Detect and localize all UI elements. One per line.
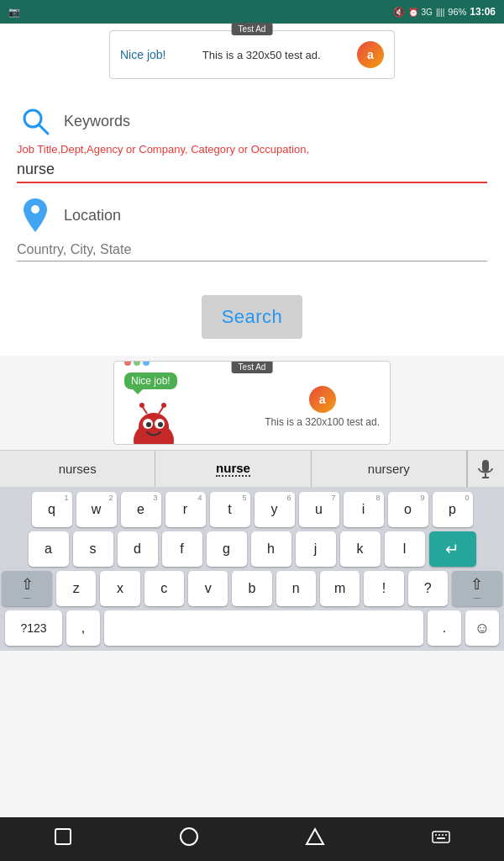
key-shift-right[interactable]: ⇧ — <box>452 571 502 606</box>
key-space[interactable] <box>104 610 423 646</box>
keyboard-row-2: a s d f g h j k l ↵ <box>2 531 502 567</box>
svg-point-20 <box>181 828 197 845</box>
keywords-label: Keywords <box>64 113 130 130</box>
key-w[interactable]: 2w <box>76 492 117 527</box>
battery-label: 96% <box>448 7 466 17</box>
ad-container-top[interactable]: Test Ad Nice job! This is a 320x50 test … <box>109 30 395 79</box>
key-i[interactable]: 8i <box>344 492 384 527</box>
autocomplete-nursery[interactable]: nursery <box>312 451 467 487</box>
key-z[interactable]: z <box>56 571 96 606</box>
ad-banner-bottom: Test Ad Nice job! <box>0 361 504 445</box>
key-f[interactable]: f <box>162 531 202 567</box>
alarm-icon: ⏰ <box>408 8 418 17</box>
ad-monster-image <box>124 403 183 445</box>
key-n[interactable]: n <box>276 571 316 606</box>
keyboard-row-4: ?123 , . ☺ <box>2 610 502 646</box>
key-q[interactable]: 1q <box>32 492 72 527</box>
key-s[interactable]: s <box>73 531 113 567</box>
status-bar: 📷 🔇 ⏰ 3G |||| 96% 13:06 <box>0 0 504 24</box>
key-a[interactable]: a <box>29 531 69 567</box>
keyword-input[interactable] <box>17 159 487 183</box>
svg-line-1 <box>39 125 48 134</box>
autocomplete-nurses[interactable]: nurses <box>0 451 155 487</box>
location-icon <box>20 197 50 234</box>
key-d[interactable]: d <box>118 531 158 567</box>
key-b[interactable]: b <box>232 571 271 606</box>
ad-tag-bottom: Test Ad <box>232 361 273 373</box>
key-period[interactable]: . <box>428 610 461 646</box>
photo-icon: 📷 <box>8 7 20 18</box>
key-y[interactable]: 6y <box>255 492 295 527</box>
autocomplete-nurse[interactable]: nurse <box>155 451 311 487</box>
key-c[interactable]: c <box>144 571 184 606</box>
svg-point-11 <box>139 403 144 408</box>
nav-recents[interactable] <box>305 827 325 852</box>
key-exclaim[interactable]: ! <box>364 571 403 606</box>
ad-bottom-right: a This is a 320x100 test ad. <box>265 386 380 428</box>
search-icon <box>20 106 50 136</box>
ad-logo-bottom: a <box>309 386 336 413</box>
signal-bars: |||| <box>436 8 444 17</box>
keywords-section-header: Keywords <box>17 103 487 140</box>
key-r[interactable]: 4r <box>165 492 206 527</box>
ad-logo-top: a <box>357 41 384 68</box>
key-shift-left[interactable]: ⇧ — <box>2 571 52 606</box>
key-e[interactable]: 3e <box>121 492 161 527</box>
key-v[interactable]: v <box>188 571 228 606</box>
svg-point-3 <box>31 205 39 214</box>
key-o[interactable]: 9o <box>388 492 428 527</box>
ad-description-top: This is a 320x50 test ad. <box>202 49 321 61</box>
key-h[interactable]: h <box>251 531 291 567</box>
svg-rect-22 <box>433 832 449 843</box>
search-button[interactable]: Search <box>202 295 302 339</box>
key-p[interactable]: 0p <box>433 492 473 527</box>
network-label: 3G <box>422 8 433 17</box>
location-section-header: Location <box>17 197 487 234</box>
mic-icon <box>477 459 494 479</box>
key-symbols[interactable]: ?123 <box>5 610 62 646</box>
nav-home[interactable] <box>179 827 199 852</box>
ad-monster-area: Nice job! <box>124 361 183 445</box>
key-enter[interactable]: ↵ <box>429 531 476 567</box>
svg-rect-19 <box>55 829 71 844</box>
key-comma[interactable]: , <box>66 610 100 646</box>
keyboard[interactable]: 1q 2w 3e 4r 5t 6y 7u 8i 9o 0p a s d f g … <box>0 487 504 651</box>
ad-tag-top: Test Ad <box>232 23 273 35</box>
location-icon-wrap <box>17 197 54 234</box>
volume-icon: 🔇 <box>393 7 405 18</box>
time-label: 13:06 <box>470 6 496 18</box>
autocomplete-row: nurses nurse nursery <box>0 450 504 487</box>
main-content: Keywords Job Title,Dept,Agency or Compan… <box>0 86 504 287</box>
key-question[interactable]: ? <box>408 571 448 606</box>
svg-point-9 <box>158 422 163 427</box>
ad-speech-bubble: Nice job! <box>124 372 177 389</box>
ad-container-bottom[interactable]: Test Ad Nice job! <box>113 361 391 445</box>
nav-keyboard[interactable] <box>431 827 451 852</box>
mic-button[interactable] <box>467 451 504 488</box>
key-j[interactable]: j <box>296 531 336 567</box>
ad-speech-text: Nice job! <box>131 375 171 387</box>
location-input[interactable] <box>17 240 487 261</box>
key-u[interactable]: 7u <box>299 492 339 527</box>
ad-description-bottom: This is a 320x100 test ad. <box>265 416 380 428</box>
svg-marker-21 <box>307 829 323 844</box>
key-k[interactable]: k <box>340 531 381 567</box>
svg-rect-16 <box>482 460 489 472</box>
search-button-wrap: Search <box>0 287 504 356</box>
svg-point-8 <box>146 422 151 427</box>
key-l[interactable]: l <box>385 531 425 567</box>
ad-nice-text: Nice job! <box>120 48 165 61</box>
key-t[interactable]: 5t <box>210 492 250 527</box>
key-x[interactable]: x <box>100 571 139 606</box>
search-icon-wrap <box>17 103 54 140</box>
keyboard-row-3: ⇧ — z x c v b n m ! ? ⇧ — <box>2 571 502 606</box>
key-g[interactable]: g <box>207 531 247 567</box>
nav-back[interactable] <box>53 827 73 852</box>
ad-banner-top: Test Ad Nice job! This is a 320x50 test … <box>0 24 504 86</box>
nav-bar <box>0 817 504 861</box>
key-m[interactable]: m <box>320 571 360 606</box>
svg-point-13 <box>161 403 166 408</box>
keywords-hint: Job Title,Dept,Agency or Company, Catego… <box>17 143 487 156</box>
location-label: Location <box>64 207 121 224</box>
key-emoji[interactable]: ☺ <box>465 610 499 646</box>
